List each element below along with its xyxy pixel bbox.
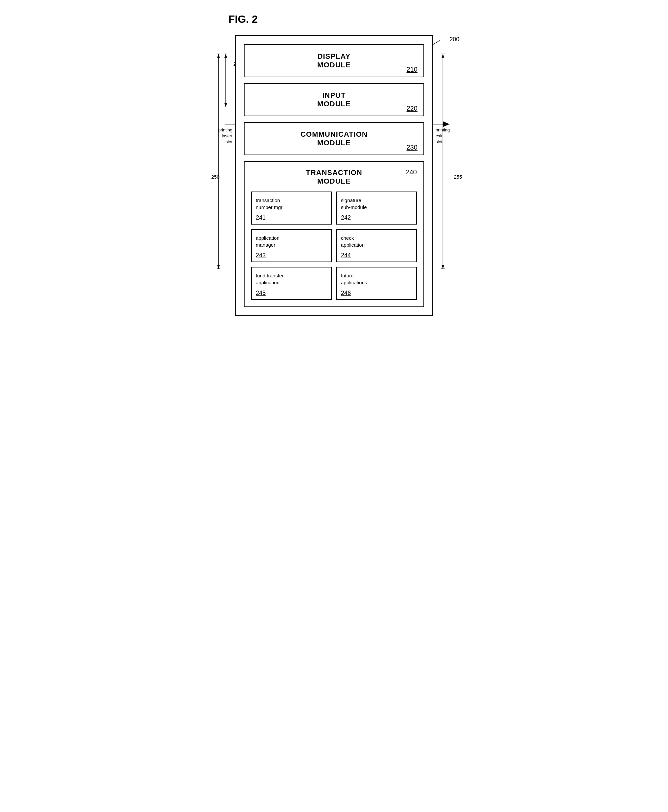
transaction-module-box: TRANSACTIONMODULE 240 transactionnumber …: [244, 161, 424, 307]
transaction-module-title: TRANSACTIONMODULE: [306, 168, 362, 186]
ref-255-label: 255: [454, 174, 462, 180]
diagram-area: 200 251 250 printing insert slot 255 pri…: [202, 35, 466, 316]
figure-title: FIG. 2: [229, 13, 466, 25]
input-module-ref: 220: [407, 105, 418, 112]
svg-marker-21: [443, 121, 449, 127]
submodule-243-title: applicationmanager: [256, 234, 327, 248]
display-module-title: DISPLAYMODULE: [317, 52, 351, 69]
submodule-246-ref: 246: [341, 290, 351, 296]
submodule-242-title: signaturesub-module: [341, 197, 412, 211]
printing-exit-slot-label: printing exit slot: [436, 127, 465, 145]
submodule-241: transactionnumber mgr 241: [251, 191, 332, 224]
submodule-245-ref: 245: [256, 290, 266, 296]
input-module-title: INPUTMODULE: [317, 91, 351, 108]
submodule-242-ref: 242: [341, 214, 351, 221]
display-module-box: DISPLAYMODULE 210: [244, 44, 424, 77]
printing-insert-slot-label: printing insert slot: [203, 127, 232, 145]
submodule-243: applicationmanager 243: [251, 229, 332, 262]
submodule-246-title: futureapplications: [341, 272, 412, 286]
transaction-module-header: TRANSACTIONMODULE 240: [251, 168, 417, 186]
submodule-242: signaturesub-module 242: [336, 191, 417, 224]
submodule-241-title: transactionnumber mgr: [256, 197, 327, 211]
communication-module-box: COMMUNICATIONMODULE 230: [244, 122, 424, 155]
communication-module-title: COMMUNICATIONMODULE: [301, 130, 367, 147]
outer-box: DISPLAYMODULE 210 INPUTMODULE 220 COMMUN…: [235, 35, 433, 316]
submodule-245-title: fund transferapplication: [256, 272, 327, 286]
svg-marker-17: [442, 54, 444, 57]
submodule-244: checkapplication 244: [336, 229, 417, 262]
ref-250-label: 250: [211, 174, 219, 180]
input-module-box: INPUTMODULE 220: [244, 83, 424, 116]
ref-200-label: 200: [449, 36, 459, 43]
submodule-grid: transactionnumber mgr 241 signaturesub-m…: [251, 191, 417, 300]
submodule-246: futureapplications 246: [336, 267, 417, 300]
svg-marker-4: [224, 54, 227, 57]
communication-module-ref: 230: [407, 144, 418, 151]
submodule-245: fund transferapplication 245: [251, 267, 332, 300]
svg-marker-18: [442, 265, 444, 269]
submodule-241-ref: 241: [256, 214, 266, 221]
svg-marker-10: [217, 54, 220, 57]
transaction-module-ref: 240: [406, 168, 417, 176]
page-wrapper: FIG. 2: [202, 7, 466, 323]
svg-marker-11: [217, 265, 220, 269]
submodule-243-ref: 243: [256, 252, 266, 259]
submodule-244-title: checkapplication: [341, 234, 412, 248]
display-module-ref: 210: [407, 66, 418, 73]
svg-marker-5: [224, 103, 227, 107]
submodule-244-ref: 244: [341, 252, 351, 259]
